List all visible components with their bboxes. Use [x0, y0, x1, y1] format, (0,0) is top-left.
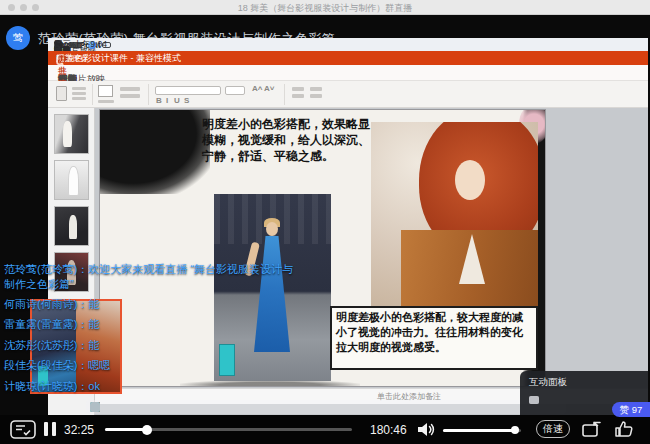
- pause-button[interactable]: [44, 422, 57, 436]
- cut-button[interactable]: [72, 87, 86, 90]
- slide-thumbnail[interactable]: [54, 114, 89, 154]
- ppt-titlebar: 自动保存 ▦ ↺ ↻ 服装色彩设计课件 - 兼容性模式 ⚙: [48, 51, 648, 65]
- layout-dropdown[interactable]: [120, 87, 140, 91]
- window-title: 18 舞美（舞台影视服装设计与制作）群直播: [0, 2, 650, 15]
- increase-font-icon[interactable]: A˄: [252, 84, 262, 93]
- like-count-badge[interactable]: 赞 97: [612, 402, 650, 417]
- app-root: 18 舞美（舞台影视服装设计与制作）群直播 莺 范玲莺(范玲莺) 舞台影视服装设…: [0, 0, 650, 444]
- volume-fill: [443, 429, 515, 432]
- volume-handle[interactable]: [511, 426, 519, 434]
- chat-message: 计晓琼(计晓琼)：ok: [4, 379, 304, 394]
- underline-button[interactable]: U: [174, 96, 180, 105]
- progress-played: [105, 428, 147, 431]
- panel-icon[interactable]: [529, 396, 539, 404]
- presenter-avatar: 莺: [6, 26, 30, 50]
- player-control-bar: 32:25 180:46 倍速: [0, 415, 650, 444]
- decrease-font-icon[interactable]: A˅: [264, 84, 274, 93]
- ribbon-tab-bar: 开始插入绘图设计切换动画幻灯片放映审阅视图 共享 批注: [48, 65, 648, 81]
- bullets-button[interactable]: [292, 87, 304, 91]
- document-title: 服装色彩设计课件 - 兼容性模式: [56, 52, 181, 65]
- chat-message: 何雨诗(何雨诗)：能: [4, 297, 304, 312]
- format-painter-button[interactable]: [72, 97, 86, 100]
- slide-caption-text: 明度差极小的色彩搭配，较大程度的减小了视觉的冲击力。往往用材料的变化拉大明度的视…: [330, 306, 538, 370]
- grunge-frame-topleft: [100, 110, 210, 194]
- reset-dropdown[interactable]: [120, 94, 140, 98]
- chat-message: 雷童露(雷童露)：能: [4, 317, 304, 332]
- volume-slider[interactable]: [443, 429, 521, 432]
- progress-handle[interactable]: [142, 425, 152, 435]
- slide-thumbnail[interactable]: [54, 206, 89, 246]
- strikethrough-button[interactable]: S: [184, 96, 189, 105]
- slide-image-redhead-model: [371, 122, 538, 309]
- paste-button[interactable]: [56, 86, 67, 101]
- chat-message: 段佳朵(段佳朵)：嗯嗯: [4, 358, 304, 373]
- font-name-combobox[interactable]: [155, 86, 221, 95]
- italic-button[interactable]: I: [166, 96, 168, 105]
- chat-message: 沈苏彤(沈苏彤)：能: [4, 338, 304, 353]
- volume-icon[interactable]: [417, 422, 435, 437]
- interaction-panel-title: 互动面板: [529, 376, 567, 389]
- chat-panel-toggle-button[interactable]: [10, 420, 36, 439]
- slide-thumbnail[interactable]: [54, 160, 89, 200]
- playback-speed-button[interactable]: 倍速: [536, 420, 570, 438]
- copy-button[interactable]: [72, 92, 86, 95]
- rotate-screen-button[interactable]: [581, 421, 602, 438]
- ribbon-toolbar: A˄ A˅ B I U S: [48, 81, 648, 108]
- dock-app-icon[interactable]: [90, 402, 100, 412]
- total-time: 180:46: [370, 423, 407, 437]
- align-left-button[interactable]: [310, 87, 322, 91]
- chat-message: 范玲莺(范玲莺)：欢迎大家来观看直播 “舞台影视服装设计与制作之色彩篇”: [4, 262, 304, 292]
- os-window-titlebar: 18 舞美（舞台影视服装设计与制作）群直播: [0, 0, 650, 15]
- progress-bar[interactable]: [105, 428, 352, 431]
- like-button[interactable]: [614, 420, 635, 438]
- current-time: 32:25: [64, 423, 94, 437]
- numbering-button[interactable]: [292, 94, 304, 98]
- mac-dock: [86, 400, 566, 414]
- new-slide-button[interactable]: [98, 85, 113, 97]
- bold-button[interactable]: B: [156, 96, 162, 105]
- align-center-button[interactable]: [310, 94, 322, 98]
- mac-menubar: PowerPoint 文件编辑视图插入格式排列工具幻灯片放映窗口帮助 10 2 …: [48, 38, 648, 51]
- font-size-combobox[interactable]: [225, 86, 245, 95]
